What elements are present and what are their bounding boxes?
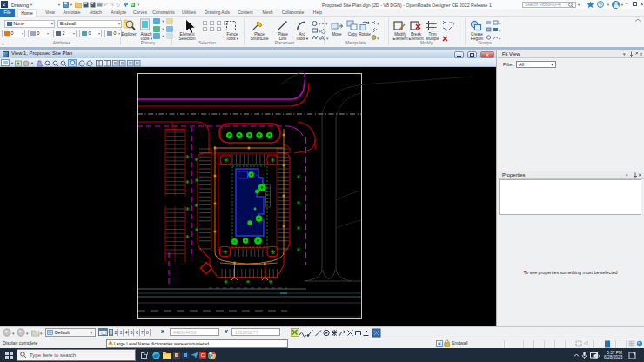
svg-text:▾: ▾ [12, 331, 15, 336]
svg-text:▾: ▾ [499, 37, 501, 41]
svg-text:▾: ▾ [26, 331, 29, 336]
svg-text:▾: ▾ [40, 331, 43, 336]
svg-text:▾: ▾ [499, 22, 501, 26]
svg-text:▾: ▾ [499, 29, 501, 33]
